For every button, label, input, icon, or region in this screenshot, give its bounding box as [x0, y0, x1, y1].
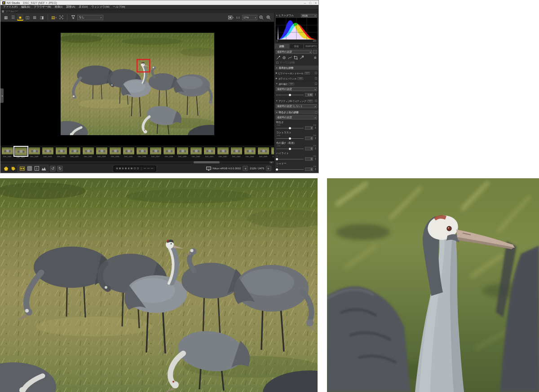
menu-item[interactable]: ウィンドウ(W) — [91, 5, 109, 9]
image-viewer-canvas[interactable]: ◂ — [0, 22, 274, 145]
value-stepper[interactable]: ▲ ▼ — [314, 137, 317, 140]
value-stepper[interactable]: ▲ ▼ — [314, 158, 317, 160]
rating-extra-control[interactable] — [147, 168, 150, 169]
slider-knob[interactable] — [289, 94, 291, 96]
rating-extra-control[interactable] — [144, 168, 146, 169]
color-control-point-tool[interactable] — [282, 56, 286, 60]
value-stepper[interactable]: ▲ ▼ — [314, 147, 317, 150]
filmstrip-item[interactable]: DSC_5339 — [176, 147, 189, 158]
slider-knob[interactable] — [276, 158, 278, 160]
show-filmstrip-button[interactable] — [19, 166, 25, 172]
stepper-down-icon[interactable]: ▼ — [315, 169, 316, 171]
brightness-preset-select[interactable]: 撮影時の設定 ▾ — [276, 115, 317, 119]
section-brightness-color[interactable]: ▼ 明るさと色の調整 — [274, 110, 318, 115]
actual-size-button[interactable]: 1:1 — [235, 14, 241, 21]
filmstrip-scrollbar[interactable]: ▶ — [0, 160, 274, 163]
filmstrip-item[interactable]: DSC_5345 — [256, 147, 270, 158]
filter-select[interactable]: なし ▾ — [77, 15, 103, 20]
rating-dot[interactable] — [131, 167, 133, 169]
value-stepper[interactable]: ▲ ▼ — [314, 168, 317, 171]
menu-item[interactable]: ヘルプ(H) — [113, 5, 125, 9]
rating-dot[interactable] — [128, 167, 130, 169]
thumbnail-image[interactable] — [109, 147, 121, 155]
filmstrip-item[interactable]: DSC_5342 — [216, 147, 230, 158]
thumbnail-image[interactable] — [14, 147, 27, 156]
adjustment-checkbox[interactable] — [315, 83, 317, 85]
show-grid-button[interactable] — [27, 166, 32, 172]
adjustment-slider[interactable] — [276, 147, 304, 150]
zoom-out-button[interactable] — [258, 14, 265, 21]
slider-knob[interactable] — [289, 148, 291, 150]
image-view-button[interactable]: ■ — [17, 14, 23, 21]
zoom-level-select[interactable]: 17% ▾ — [242, 15, 257, 20]
histogram-header[interactable]: ▼ ヒストグラム RGB ▾ — [274, 13, 318, 18]
menu-item[interactable]: ファイル(F) — [3, 5, 18, 9]
scrollbar-right-arrow[interactable]: ▶ — [270, 161, 274, 163]
stepper-down-icon[interactable]: ▼ — [315, 159, 316, 160]
slider-value[interactable]: 0 — [305, 126, 313, 130]
thumbnail-image[interactable] — [28, 147, 40, 155]
exposure-slider[interactable] — [276, 93, 304, 97]
adjustments-preset-select[interactable]: 撮影時の設定 ▾ — [276, 50, 312, 54]
rotate-cw-button[interactable]: ↻ — [57, 166, 63, 172]
panel-tab[interactable]: 調整 — [274, 44, 289, 49]
next-image-button[interactable]: ▶ — [266, 166, 271, 171]
filmstrip-item[interactable]: DSC_5340 — [189, 147, 203, 158]
thumbnail-image[interactable] — [96, 147, 108, 155]
menu-item[interactable]: 調整(A) — [66, 5, 75, 9]
label-square[interactable] — [137, 167, 139, 169]
thumbnail-image[interactable] — [271, 147, 274, 155]
panel-collapse-icon[interactable] — [2, 10, 4, 13]
thumbnail-image[interactable] — [42, 147, 54, 155]
scrollbar-thumb[interactable] — [194, 161, 220, 163]
thumbnail-image[interactable] — [217, 147, 229, 155]
filmstrip-item[interactable]: DSC_5331 — [68, 147, 81, 158]
active-dlighting-header[interactable]: ▼ アクティブD-ライティング RAW — [274, 98, 318, 103]
fit-image-button[interactable]: ▾ — [228, 14, 234, 21]
previous-image-button[interactable]: ◀ — [243, 166, 248, 171]
zoom-in-button[interactable] — [265, 14, 272, 21]
crop-tool[interactable] — [294, 56, 298, 60]
adjustment-checkbox[interactable] — [315, 77, 317, 79]
thumbnail-image[interactable] — [177, 147, 189, 155]
panel-tab[interactable]: XMP/IPTC — [304, 44, 318, 49]
exposure-comp-header[interactable]: ▼ 露出補正 RAW — [274, 81, 318, 86]
slider-knob[interactable] — [276, 168, 278, 171]
rating-dot[interactable] — [116, 167, 118, 169]
menu-item[interactable]: ブラウザー(B) — [34, 5, 51, 9]
filmstrip-item[interactable]: DSC_5330 — [54, 147, 68, 158]
thumbnail-image[interactable] — [203, 147, 216, 155]
thumbnail-image[interactable] — [82, 147, 94, 155]
adjustment-checkbox[interactable] — [315, 72, 317, 74]
adjustment-checkbox[interactable] — [315, 111, 317, 114]
filmstrip-item[interactable]: DSC_5328 — [27, 147, 41, 158]
fit-to-screen-button[interactable] — [58, 14, 64, 21]
white-balance-row[interactable]: ▶ ホワイトバランス RAW — [274, 75, 318, 81]
menu-item[interactable]: 編集(E) — [21, 5, 30, 9]
exposure-preset-select[interactable]: 撮影時の設定 ▾ — [276, 87, 317, 91]
filmstrip-item[interactable]: DSC_5335 — [122, 147, 135, 158]
close-button[interactable]: × — [315, 1, 317, 4]
thumbnail-image[interactable] — [244, 147, 256, 155]
filmstrip-item[interactable]: DSC_5338 — [162, 147, 176, 158]
slider-value[interactable]: 0 — [305, 147, 313, 150]
preset-menu-button[interactable] — [313, 50, 317, 54]
picture-control-row[interactable]: ▶ ピクチャーコントロール RAW — [274, 70, 318, 75]
filmstrip-item[interactable]: DSC_5333 — [95, 147, 108, 158]
thumbnail-image[interactable] — [1, 147, 13, 155]
straighten-tool[interactable] — [300, 56, 304, 60]
stepper-down-icon[interactable]: ▼ — [315, 95, 316, 96]
value-stepper[interactable]: ▲ ▼ — [314, 127, 317, 129]
slider-value[interactable]: 0 — [305, 157, 313, 161]
menu-item[interactable]: 表示(V) — [79, 5, 88, 9]
slider-knob[interactable] — [289, 137, 291, 140]
rating-dot[interactable] — [119, 167, 121, 169]
minimize-button[interactable]: – — [304, 1, 306, 4]
adjustment-checkbox[interactable] — [315, 100, 317, 102]
view-mode-button[interactable]: ▤ ▾ — [51, 14, 57, 21]
exposure-value[interactable]: 0.00 — [305, 93, 313, 97]
thumbnail-image[interactable] — [163, 147, 175, 155]
stepper-down-icon[interactable]: ▼ — [315, 128, 316, 129]
thumbnail-list-view-button[interactable]: ☰ — [10, 14, 16, 21]
label-tag-button[interactable] — [3, 166, 9, 172]
